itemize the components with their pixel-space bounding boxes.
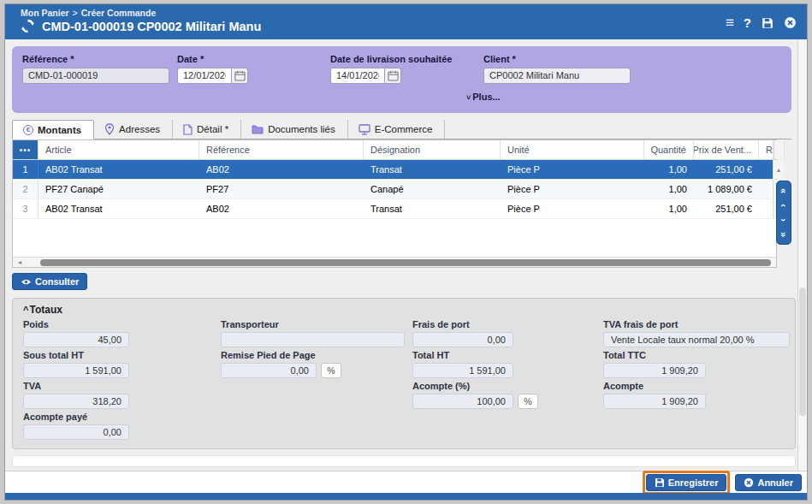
client-label: Client * xyxy=(483,54,631,64)
document-icon xyxy=(183,124,193,135)
menu-icon[interactable]: ≡ xyxy=(726,17,733,29)
cell-reference: PF27 xyxy=(199,180,364,199)
total-ttc-input[interactable] xyxy=(603,363,706,378)
plus-link[interactable]: ˅Plus... xyxy=(466,92,501,102)
tva-frais-port-field: TVA frais de port xyxy=(603,319,798,347)
euro-circle-icon: € xyxy=(23,125,33,135)
row-number: 1 xyxy=(13,160,39,179)
calendar-icon[interactable] xyxy=(385,68,401,84)
poids-field: Poids xyxy=(23,319,221,347)
total-ttc-field: Total TTC xyxy=(603,350,798,378)
cell-prix: 1 089,00 € xyxy=(694,180,759,199)
page-title: CMD-01-000019 CP0002 Militari Manu xyxy=(42,20,261,33)
client-input[interactable] xyxy=(483,68,631,84)
percent-suffix: % xyxy=(321,363,341,378)
acompte-pct-input[interactable] xyxy=(412,394,513,409)
column-header-article[interactable]: Article xyxy=(39,140,199,159)
acompte-paye-field: Acompte payé xyxy=(23,412,221,440)
acompte-input[interactable] xyxy=(603,394,706,409)
table-row[interactable]: 2 PF27 Canapé PF27 Canapé Pièce P 1,00 1… xyxy=(13,180,776,199)
grid-vscroll-up-icon[interactable]: ▲ xyxy=(773,160,784,179)
total-ht-field: Total HT xyxy=(412,350,603,378)
move-down-icon[interactable]: › xyxy=(777,218,791,222)
row-move-controls: « ‹ › » xyxy=(776,181,791,245)
delivery-date-input[interactable] xyxy=(330,68,385,84)
poids-input[interactable] xyxy=(23,332,129,347)
cell-prix: 251,00 € xyxy=(694,160,759,179)
move-top-icon[interactable]: « xyxy=(777,188,791,193)
grid-options-icon[interactable]: ••• xyxy=(13,140,39,159)
close-icon[interactable] xyxy=(784,16,797,29)
cell-quantite: 1,00 xyxy=(644,180,694,199)
tva-frais-port-input[interactable] xyxy=(603,332,790,347)
titlebar: Mon Panier>Créer Commande CMD-01-000019 … xyxy=(5,4,807,39)
reference-input[interactable] xyxy=(22,68,169,84)
save-icon xyxy=(655,477,665,488)
breadcrumb-root[interactable]: Mon Panier xyxy=(21,8,69,18)
column-header-re[interactable]: Re xyxy=(759,140,773,159)
sous-total-ht-input[interactable] xyxy=(23,363,129,378)
eye-icon xyxy=(21,278,32,286)
tab-ecommerce[interactable]: E-Commerce xyxy=(348,120,446,139)
tva-field: TVA xyxy=(23,381,221,409)
column-header-reference[interactable]: Référence xyxy=(199,140,364,159)
move-up-icon[interactable]: ‹ xyxy=(777,204,791,207)
row-number: 2 xyxy=(13,180,39,199)
reference-label: Référence * xyxy=(22,54,169,64)
grid-hscrollbar[interactable]: ◄ xyxy=(13,257,776,267)
cell-article: AB02 Transat xyxy=(39,160,199,179)
cell-quantite: 1,00 xyxy=(644,199,694,218)
tab-detail[interactable]: Détail * xyxy=(173,120,241,139)
breadcrumb: Mon Panier>Créer Commande xyxy=(21,8,807,18)
enregistrer-button[interactable]: Enregistrer xyxy=(646,474,727,491)
column-header-unite[interactable]: Unité xyxy=(501,140,644,159)
transporteur-input[interactable] xyxy=(221,332,405,347)
tab-documents-lies[interactable]: Documents liés xyxy=(241,120,348,139)
percent-suffix: % xyxy=(518,394,538,409)
acompte-pct-field: Acompte (%) % xyxy=(412,381,603,409)
acompte-field: Acompte xyxy=(603,381,798,409)
table-row[interactable]: 1 AB02 Transat AB02 Transat Pièce P 1,00… xyxy=(13,160,776,180)
frais-port-input[interactable] xyxy=(412,332,513,347)
page-scrollbar[interactable] xyxy=(797,39,807,471)
hscroll-thumb[interactable] xyxy=(40,259,771,266)
tva-input[interactable] xyxy=(23,394,129,409)
app-window: Mon Panier>Créer Commande CMD-01-000019 … xyxy=(4,3,808,501)
cell-reference: AB02 xyxy=(199,160,364,179)
tab-montants[interactable]: € Montants xyxy=(12,120,94,139)
cell-prix: 251,00 € xyxy=(694,199,759,218)
hscroll-left-icon[interactable]: ◄ xyxy=(15,259,25,265)
monitor-icon xyxy=(359,124,370,135)
move-bottom-icon[interactable]: » xyxy=(777,232,791,237)
remise-pied-field: Remise Pied de Page % xyxy=(221,350,412,378)
cell-quantite: 1,00 xyxy=(644,160,694,179)
consulter-button[interactable]: Consulter xyxy=(12,273,87,290)
column-header-designation[interactable]: Désignation xyxy=(364,140,501,159)
column-header-prix[interactable]: Prix de Vent... xyxy=(694,140,759,159)
table-row[interactable]: 3 AB02 Transat AB02 Transat Pièce P 1,00… xyxy=(13,199,776,219)
tab-adresses[interactable]: Adresses xyxy=(94,120,173,139)
total-ht-input[interactable] xyxy=(412,363,513,378)
annuler-button[interactable]: Annuler xyxy=(735,474,802,491)
folder-icon xyxy=(252,124,264,134)
calendar-icon[interactable] xyxy=(232,68,248,84)
help-icon[interactable]: ? xyxy=(744,15,751,30)
footer-bar: Enregistrer Annuler xyxy=(5,471,807,493)
cell-re xyxy=(759,199,773,218)
window-bottom-edge xyxy=(5,493,807,500)
lines-grid-wrap: ••• Article Référence Désignation Unité … xyxy=(12,139,791,268)
save-icon[interactable] xyxy=(762,17,773,29)
breadcrumb-separator: > xyxy=(73,8,78,18)
remise-pied-input[interactable] xyxy=(221,363,317,378)
date-field: Date * xyxy=(177,54,248,84)
cell-unite: Pièce P xyxy=(501,160,644,179)
date-input[interactable] xyxy=(177,68,232,84)
acompte-paye-input[interactable] xyxy=(23,424,129,440)
grid-vscroll-corner xyxy=(773,140,785,159)
page-scrollbar-thumb[interactable] xyxy=(799,288,806,416)
cell-reference: AB02 xyxy=(199,199,364,218)
transporteur-field: Transporteur xyxy=(221,319,412,347)
column-header-quantite[interactable]: Quantité xyxy=(644,140,694,159)
totaux-header[interactable]: ^Totaux xyxy=(23,304,785,316)
collapsed-section-bar[interactable] xyxy=(12,455,796,467)
